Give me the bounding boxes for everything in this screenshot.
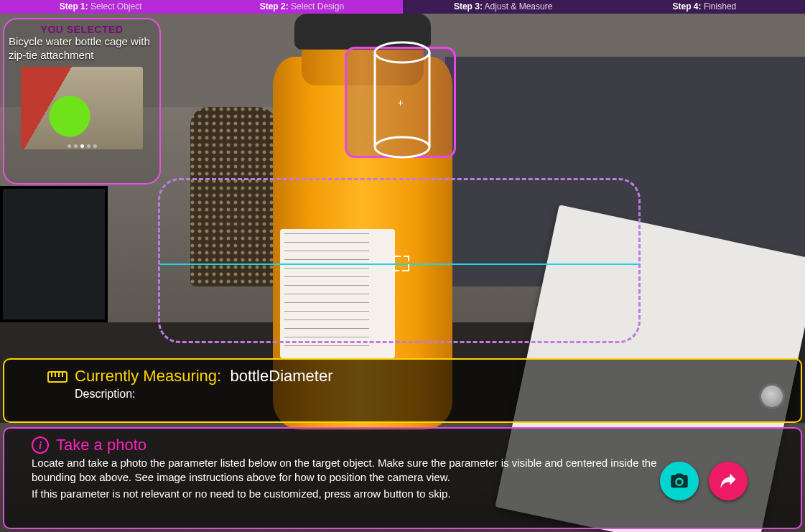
step-3[interactable]: Step 3: Adjust & Measure <box>403 0 604 14</box>
page-indicator[interactable] <box>9 138 155 151</box>
cylinder-wireframe-icon <box>359 39 445 162</box>
ruler-icon <box>47 371 68 386</box>
measuring-description: Description: <box>75 388 788 401</box>
capture-button[interactable] <box>660 462 699 500</box>
measuring-title: Currently Measuring: bottleDiameter <box>75 367 788 386</box>
svg-rect-4 <box>48 372 67 382</box>
selected-thumbnail[interactable] <box>21 67 143 149</box>
instruction-body-2: If this parameter is not relevant or no … <box>32 487 657 501</box>
info-icon: i <box>32 437 49 454</box>
selected-panel: YOU SELECTED Bicycle water bottle cage w… <box>3 18 161 185</box>
svg-point-0 <box>375 42 429 62</box>
camera-icon <box>669 471 689 491</box>
center-reticle-icon <box>394 256 409 271</box>
step-4[interactable]: Step 4: Finished <box>604 0 805 14</box>
measuring-panel: Currently Measuring: bottleDiameter Desc… <box>3 358 802 423</box>
selected-title: YOU SELECTED <box>9 24 155 35</box>
skip-button[interactable] <box>709 462 748 500</box>
measuring-parameter: bottleDiameter <box>230 367 332 385</box>
step-2[interactable]: Step 2: Select Design <box>201 0 402 14</box>
arrow-forward-icon <box>718 471 738 491</box>
step-bar: Step 1: Select Object Step 2: Select Des… <box>0 0 805 14</box>
instruction-title: i Take a photo <box>32 436 657 454</box>
step-1[interactable]: Step 1: Select Object <box>0 0 201 14</box>
record-indicator-icon <box>759 383 785 409</box>
selected-description: Bicycle water bottle cage with zip-tie a… <box>9 35 155 62</box>
instruction-body-1: Locate and take a photo the parameter li… <box>32 456 657 485</box>
svg-point-1 <box>375 137 429 157</box>
